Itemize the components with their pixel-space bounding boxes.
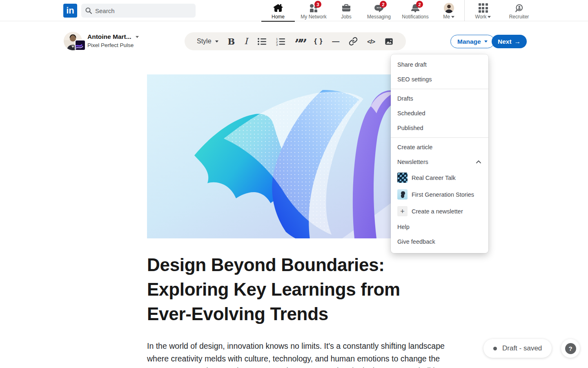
menu-item-newsletter-first-generation-stories[interactable]: First Generation Stories (391, 186, 488, 203)
next-button[interactable]: Next→ (492, 35, 527, 48)
network-badge: 3 (314, 1, 321, 8)
question-mark-icon: ? (565, 343, 576, 354)
nav-my-network[interactable]: My Network 3 (296, 0, 331, 21)
chevron-down-icon (451, 16, 454, 18)
author-block[interactable]: Antoine Mart... Pixel Perfect Pulse (64, 32, 139, 50)
link-button[interactable] (349, 37, 358, 46)
me-avatar (444, 3, 454, 13)
menu-item-seo-settings[interactable]: SEO settings (391, 72, 488, 87)
menu-item-create-article[interactable]: Create article (391, 140, 488, 155)
nav-work[interactable]: Work (466, 0, 501, 21)
menu-item-published[interactable]: Published (391, 121, 488, 135)
numbered-list-button[interactable]: 123 (276, 37, 285, 46)
link-icon (349, 37, 358, 46)
nav-me[interactable]: Me (434, 0, 463, 21)
notifications-badge: 2 (416, 1, 423, 8)
insert-image-button[interactable] (384, 37, 394, 46)
author-name: Antoine Mart... (87, 33, 139, 40)
nav-home[interactable]: Home (260, 0, 296, 21)
menu-item-scheduled[interactable]: Scheduled (391, 106, 488, 121)
menu-item-give-feedback[interactable]: Give feedback (391, 234, 488, 249)
global-nav: Home My Network 3 Jobs Messaging 2 (260, 0, 537, 21)
menu-item-share-draft[interactable]: Share draft (391, 57, 488, 72)
image-icon (384, 37, 394, 46)
inline-code-button[interactable]: </> (367, 38, 375, 45)
messaging-badge: 2 (380, 1, 387, 8)
search-box[interactable] (81, 4, 196, 18)
newsletter-badge-thumbnail (75, 40, 86, 51)
publication-name: Pixel Perfect Pulse (87, 42, 139, 48)
article-title[interactable]: Design Beyond Boundaries: Exploring Key … (147, 253, 447, 326)
code-block-button[interactable]: { } (314, 37, 323, 45)
bullet-list-button[interactable] (257, 37, 267, 46)
bold-button[interactable]: B (228, 36, 235, 47)
nav-divider (464, 0, 465, 21)
svg-text:3: 3 (276, 43, 278, 46)
style-dropdown[interactable]: Style (197, 38, 218, 45)
search-input[interactable] (95, 7, 185, 14)
manage-button[interactable]: Manage (450, 35, 494, 48)
top-navigation: in Home My Network 3 Jobs (0, 0, 588, 21)
nav-notifications[interactable]: Notifications 2 (396, 0, 434, 21)
newsletter-thumbnail (397, 173, 408, 183)
italic-button[interactable]: I (244, 36, 247, 46)
chevron-down-icon (488, 16, 491, 18)
menu-item-help[interactable]: Help (391, 220, 488, 234)
linkedin-logo[interactable]: in (63, 4, 77, 18)
nav-messaging[interactable]: Messaging 2 (361, 0, 396, 21)
numbered-list-icon: 123 (276, 37, 285, 46)
help-button[interactable]: ? (561, 339, 580, 358)
draft-status-text: Draft - saved (502, 344, 542, 352)
blockquote-button[interactable]: ”” (295, 36, 305, 52)
menu-item-newsletter-real-career-talk[interactable]: Real Career Talk (391, 169, 488, 186)
draft-status-pill: Draft - saved (483, 339, 552, 358)
nav-recruiter[interactable]: Recruiter (501, 0, 537, 21)
formatting-toolbar: Style B I 123 ”” { } — </> (185, 32, 406, 50)
search-icon (85, 7, 92, 14)
manage-menu: Share draft SEO settings Drafts Schedule… (391, 54, 488, 253)
menu-divider (391, 137, 488, 138)
arrow-right-icon: → (514, 38, 521, 45)
home-icon (273, 3, 283, 13)
newsletter-thumbnail (397, 189, 408, 200)
recruiter-icon (514, 3, 524, 13)
grid-icon (479, 3, 488, 13)
article-body[interactable]: In the world of design, innovation knows… (147, 340, 446, 368)
menu-item-newsletters[interactable]: Newsletters (391, 155, 488, 169)
chevron-up-icon (475, 159, 482, 165)
chevron-down-icon (215, 40, 218, 43)
menu-item-drafts[interactable]: Drafts (391, 91, 488, 106)
nav-jobs[interactable]: Jobs (331, 0, 361, 21)
menu-divider (391, 89, 488, 89)
chevron-down-icon (484, 40, 488, 43)
bullet-list-icon (257, 37, 267, 46)
plus-icon: + (397, 206, 408, 216)
briefcase-icon (341, 3, 351, 13)
menu-item-create-newsletter[interactable]: + Create a newsletter (391, 203, 488, 220)
status-dot-icon (493, 347, 497, 350)
chevron-down-icon[interactable] (136, 36, 139, 38)
divider-button[interactable]: — (332, 37, 339, 46)
